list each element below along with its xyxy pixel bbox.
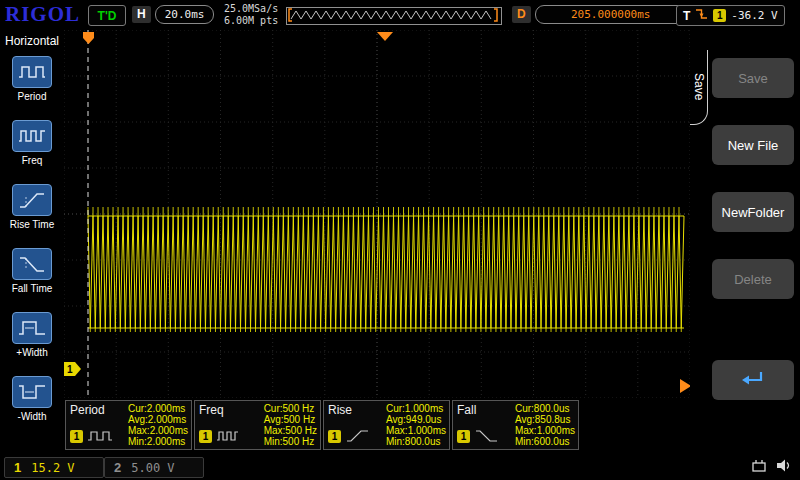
- acquisition-info: 25.0MSa/s 6.00M pts: [224, 3, 278, 27]
- status-icons: [750, 458, 792, 477]
- neg-width-icon: [12, 376, 52, 408]
- fall-source-badge: 1: [457, 430, 470, 443]
- channel2-scale: 5.00 V: [131, 461, 174, 475]
- measurement-panel-period[interactable]: Period 1 Cur:2.000ms Avg:2.000ms Max:2.0…: [65, 400, 192, 450]
- save-menu: Save Save New File NewFolder Delete: [690, 30, 800, 455]
- trigger-level-value: -36.2 V: [731, 9, 777, 22]
- channel1-scale: 15.2 V: [31, 461, 74, 475]
- measurement-readouts: Period 1 Cur:2.000ms Avg:2.000ms Max:2.0…: [65, 400, 579, 450]
- trigger-status-badge: T'D: [88, 5, 126, 26]
- period-meas-icon: [87, 428, 113, 444]
- sidebar-item-fall-time[interactable]: Fall Time: [0, 242, 64, 306]
- falling-edge-icon: [695, 7, 708, 25]
- delete-button[interactable]: Delete: [712, 259, 794, 299]
- sidebar-item-rise-time[interactable]: Rise Time: [0, 178, 64, 242]
- freq-icon: [12, 120, 52, 152]
- channel2-chip[interactable]: 2 5.00 V: [104, 457, 204, 478]
- measurement-panel-rise[interactable]: Rise 1 Cur:1.000ms Avg:949.0us Max:1.000…: [323, 400, 450, 450]
- sidebar-item-neg-width[interactable]: -Width: [0, 370, 64, 434]
- sample-rate: 25.0MSa/s: [224, 3, 278, 15]
- graticule-and-waveform: [64, 30, 690, 398]
- fall-time-icon: [12, 248, 52, 280]
- memory-waveform-preview[interactable]: [286, 7, 502, 25]
- sidebar-item-pos-width[interactable]: +Width: [0, 306, 64, 370]
- rise-meas-icon: [345, 428, 371, 444]
- period-icon: [12, 56, 52, 88]
- back-button[interactable]: [712, 360, 794, 400]
- channel-status-bar: 1 15.2 V 2 5.00 V: [0, 455, 800, 480]
- waveform-display[interactable]: 1: [64, 30, 690, 398]
- delay-value: 205.000000ms: [535, 5, 687, 24]
- return-arrow-icon: [739, 369, 767, 392]
- new-file-button[interactable]: New File: [712, 125, 794, 165]
- oscilloscope-screen: RIGOL T'D H 20.0ms 25.0MSa/s 6.00M pts D…: [0, 0, 800, 480]
- usb-icon: [750, 458, 768, 477]
- pos-width-icon: [12, 312, 52, 344]
- trigger-chip[interactable]: T 1 -36.2 V: [676, 5, 785, 26]
- trigger-source-badge: 1: [713, 9, 726, 22]
- freq-meas-icon: [216, 428, 242, 444]
- measurement-panel-fall[interactable]: Fall 1 Cur:800.0us Avg:850.8us Max:1.000…: [452, 400, 579, 450]
- sidebar-item-freq[interactable]: Freq: [0, 114, 64, 178]
- channel1-chip[interactable]: 1 15.2 V: [4, 457, 104, 478]
- period-source-badge: 1: [70, 430, 83, 443]
- measurement-panel-freq[interactable]: Freq 1 Cur:500 Hz Avg:500 Hz Max:500 Hz …: [194, 400, 321, 450]
- h-label: H: [132, 6, 151, 23]
- save-menu-tab[interactable]: Save: [690, 50, 708, 125]
- freq-source-badge: 1: [199, 430, 212, 443]
- rigol-logo: RIGOL: [5, 2, 80, 27]
- rise-time-icon: [12, 184, 52, 216]
- timebase-value: 20.0ms: [155, 5, 215, 24]
- delay-chip[interactable]: D 205.000000ms: [512, 5, 687, 24]
- save-button[interactable]: Save: [712, 58, 794, 98]
- d-label: D: [512, 6, 531, 23]
- sidebar-item-period[interactable]: Period: [0, 50, 64, 114]
- channel1-number: 1: [14, 460, 21, 475]
- channel2-number: 2: [114, 460, 121, 475]
- rise-source-badge: 1: [328, 430, 341, 443]
- sidebar-title: Horizontal: [0, 34, 64, 48]
- fall-meas-icon: [474, 428, 500, 444]
- memory-depth: 6.00M pts: [224, 15, 278, 27]
- t-label: T: [683, 9, 690, 23]
- top-bar: RIGOL T'D H 20.0ms 25.0MSa/s 6.00M pts D…: [0, 0, 800, 30]
- measure-sidebar: Horizontal Period Freq Rise Time Fall Ti…: [0, 30, 64, 455]
- speaker-icon: [776, 458, 792, 477]
- new-folder-button[interactable]: NewFolder: [712, 192, 794, 232]
- horizontal-timebase-chip[interactable]: H 20.0ms: [132, 5, 214, 24]
- preview-waveform-icon: [287, 8, 499, 22]
